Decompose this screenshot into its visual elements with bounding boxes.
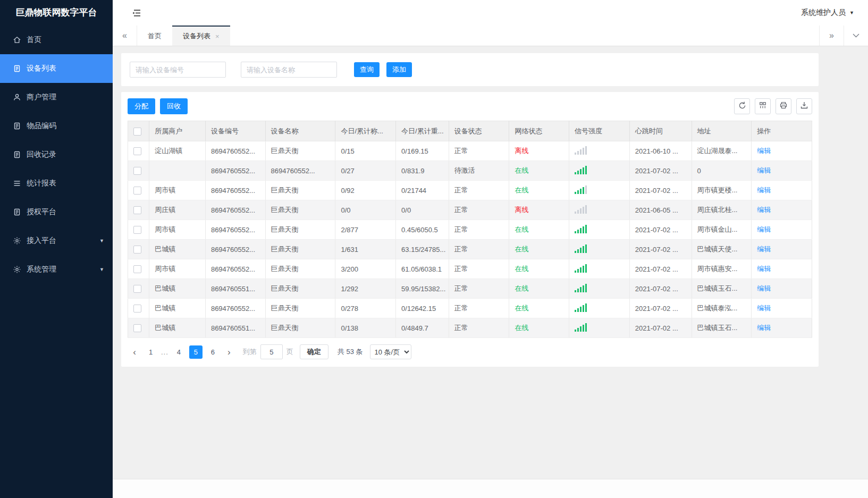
sidebar-item-device-list[interactable]: 设备列表 (0, 54, 113, 83)
device-name-input[interactable] (241, 62, 337, 78)
cell-device-status: 正常 (449, 181, 509, 200)
page-5[interactable]: 5 (189, 345, 203, 359)
sidebar-item-merchant-mgmt[interactable]: 商户管理 (0, 83, 113, 112)
tab-home[interactable]: 首页 (137, 26, 172, 46)
row-checkbox[interactable] (133, 246, 141, 254)
sidebar-item-auth-platform[interactable]: 授权平台 (0, 198, 113, 226)
edit-link[interactable]: 编辑 (757, 265, 771, 273)
tabs-scroll-left-icon[interactable]: « (113, 26, 137, 46)
tabs-options-icon[interactable] (844, 26, 868, 46)
collapse-menu-icon[interactable] (132, 9, 141, 17)
row-checkbox[interactable] (133, 206, 141, 214)
cell-network-status: 离线 (509, 200, 569, 220)
signal-strength-icon (575, 166, 587, 174)
cell-device-name: 巨鼎天衡 (265, 220, 335, 240)
row-checkbox[interactable] (133, 147, 141, 155)
main-area: 系统维护人员 ▼ « 首页设备列表× » 查询 添加 分配 回收 (113, 0, 868, 498)
sidebar-item-access-platform[interactable]: 接入平台▼ (0, 226, 113, 255)
cell-network-status: 离线 (509, 141, 569, 161)
cell-device-status: 正常 (449, 240, 509, 259)
cell-device-name: 巨鼎天衡 (265, 141, 335, 161)
network-status-badge: 离线 (515, 147, 528, 155)
cell-device-status: 待激活 (449, 161, 509, 181)
sidebar-item-system-mgmt[interactable]: 系统管理▼ (0, 255, 113, 284)
download-button[interactable] (796, 98, 812, 114)
cell-merchant: 周市镇 (149, 220, 206, 240)
chevron-down-icon: ▼ (99, 238, 104, 243)
cell-checkbox (128, 299, 149, 318)
cell-network-status: 在线 (509, 240, 569, 259)
page-6[interactable]: 6 (206, 345, 220, 359)
page-4[interactable]: 4 (172, 345, 186, 359)
table-row: 周庄镇8694760552...巨鼎天衡0/00/0正常离线2021-06-05… (128, 200, 812, 220)
edit-link[interactable]: 编辑 (757, 324, 771, 332)
user-menu[interactable]: 系统维护人员 ▼ (801, 8, 854, 18)
cell-checkbox (128, 318, 149, 338)
sidebar-item-recycle-records[interactable]: 回收记录 (0, 140, 113, 169)
col-checkbox (128, 121, 149, 141)
assign-button[interactable]: 分配 (128, 98, 155, 114)
cell-network-status: 在线 (509, 220, 569, 240)
columns-button[interactable] (755, 98, 771, 114)
row-checkbox[interactable] (133, 285, 141, 293)
cell-address: 周市镇金山... (692, 220, 752, 240)
goto-page-input[interactable] (260, 344, 283, 359)
recycle-button[interactable]: 回收 (160, 98, 188, 114)
sidebar-item-label: 商户管理 (27, 92, 56, 102)
select-all-checkbox[interactable] (133, 128, 141, 136)
close-icon[interactable]: × (215, 32, 220, 40)
sidebar-item-stats-report[interactable]: 统计报表 (0, 169, 113, 198)
cell-network-status: 在线 (509, 299, 569, 318)
row-checkbox[interactable] (133, 167, 141, 175)
cell-heartbeat: 2021-06-10 ... (629, 141, 692, 161)
page-size-select[interactable]: 10 条/页 (370, 344, 411, 359)
cell-count: 2/877 (335, 220, 396, 240)
edit-link[interactable]: 编辑 (757, 284, 771, 292)
doc-icon (13, 208, 21, 216)
table-row: 巴城镇8694760551...巨鼎天衡1/29259.95/15382...正… (128, 279, 812, 299)
cell-address: 巴城镇泰泓... (692, 299, 752, 318)
row-checkbox[interactable] (133, 187, 141, 195)
table-row: 巴城镇8694760551...巨鼎天衡0/1380/4849.7正常在线202… (128, 318, 812, 338)
doc-icon (13, 64, 21, 73)
goto-suffix: 页 (286, 347, 293, 357)
cell-merchant: 巴城镇 (149, 240, 206, 259)
cell-network-status: 在线 (509, 279, 569, 299)
confirm-button[interactable]: 确定 (300, 344, 328, 359)
network-status-badge: 离线 (515, 206, 528, 214)
device-no-input[interactable] (130, 62, 226, 78)
edit-link[interactable]: 编辑 (757, 166, 771, 174)
sidebar-item-item-code[interactable]: 物品编码 (0, 112, 113, 140)
prev-page-icon[interactable]: ‹ (129, 348, 140, 357)
sidebar-item-home[interactable]: 首页 (0, 26, 113, 54)
tabs-scroll-right-icon[interactable]: » (819, 26, 844, 46)
edit-link[interactable]: 编辑 (757, 186, 771, 194)
add-button[interactable]: 添加 (386, 62, 412, 77)
edit-link[interactable]: 编辑 (757, 304, 771, 312)
cell-network-status: 在线 (509, 259, 569, 279)
col-weight: 今日/累计重... (396, 121, 449, 141)
cell-signal (569, 299, 630, 318)
refresh-button[interactable] (734, 98, 750, 114)
table-row: 8694760552...8694760552...0/270/831.9待激活… (128, 161, 812, 181)
cell-device-status: 正常 (449, 318, 509, 338)
table-header-row: 所属商户设备编号设备名称今日/累计称...今日/累计重...设备状态网络状态信号… (128, 121, 812, 141)
print-button[interactable] (776, 98, 791, 114)
tab-device-list[interactable]: 设备列表× (172, 26, 230, 46)
row-checkbox[interactable] (133, 324, 141, 332)
row-checkbox[interactable] (133, 265, 141, 273)
network-status-badge: 在线 (515, 245, 528, 253)
next-page-icon[interactable]: › (223, 348, 235, 357)
edit-link[interactable]: 编辑 (757, 147, 771, 155)
row-checkbox[interactable] (133, 305, 141, 313)
edit-link[interactable]: 编辑 (757, 225, 771, 233)
cell-device-name: 巨鼎天衡 (265, 259, 335, 279)
edit-link[interactable]: 编辑 (757, 206, 771, 214)
query-button[interactable]: 查询 (354, 62, 380, 77)
sidebar-item-label: 首页 (27, 35, 41, 45)
cell-device-status: 正常 (449, 220, 509, 240)
edit-link[interactable]: 编辑 (757, 245, 771, 253)
page-1[interactable]: 1 (144, 345, 157, 359)
col-address: 地址 (692, 121, 752, 141)
row-checkbox[interactable] (133, 226, 141, 234)
